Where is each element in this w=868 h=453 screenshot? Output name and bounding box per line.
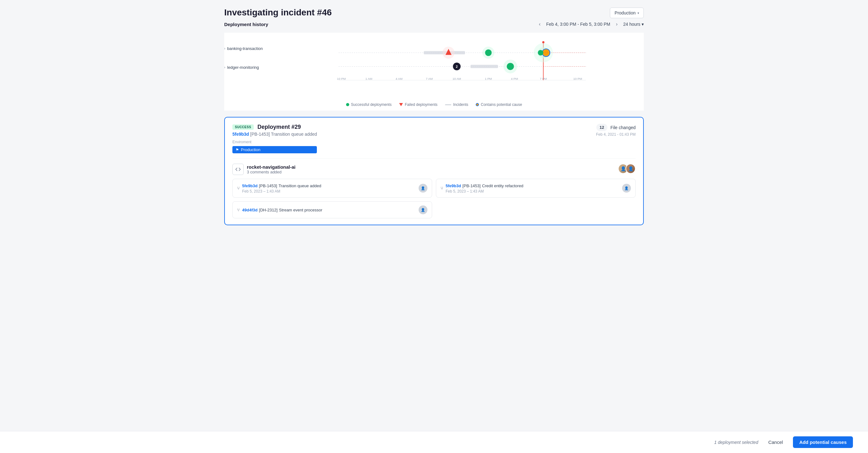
commit-avatar-2: 👤 [622,184,631,192]
env-tag-icon: ⚑ [236,148,239,152]
selected-label: 1 deployment selected [714,440,758,445]
commit-icon-1: ⑂ [237,186,240,191]
env-dropdown-label: Production [615,10,636,16]
successful-dot-icon [346,103,349,106]
ledger-label: ledger-monitoring [227,65,259,70]
deployment-card: SUCCESS Deployment #29 5fe9b3d [PB-1453]… [224,117,644,225]
avatar-2: 👤 [626,164,636,174]
potential-cause-dot-icon [476,103,479,106]
legend-potential-cause-label: Contains potential cause [481,102,522,107]
svg-text:2: 2 [456,65,458,68]
commit-date-2: Feb 5, 2023 – 1:43 AM [445,189,523,193]
file-changed-label: File changed [611,125,636,130]
deployment-card-header: SUCCESS Deployment #29 5fe9b3d [PB-1453]… [232,124,636,153]
repo-comments: 3 comments added [247,170,296,174]
commit-card-2: ⑂ 5fe9b3d [PB-1453] Credit entity refact… [436,179,636,198]
hours-chevron-icon: ▾ [642,22,644,27]
svg-text:1 AM: 1 AM [366,77,372,81]
env-label: Enviroment [232,140,317,144]
env-dropdown[interactable]: Production ▾ [610,7,644,18]
commit-ticket-2: [PB-1453] [463,183,481,188]
commit-info-3: 49d4f3d [DH-2312] Stream event processor [242,207,322,213]
expand-icon: › [224,47,225,50]
commit-info-1: 5fe9b3d [PB-1453] Transition queue added… [242,183,321,193]
svg-text:10 PM: 10 PM [337,77,346,81]
svg-text:7 AM: 7 AM [426,77,433,81]
file-changed-row: 12 File changed [596,124,636,131]
commit-date-1: Feb 5, 2023 – 1:43 AM [242,189,321,193]
hours-dropdown[interactable]: 24 hours ▾ [623,22,644,27]
legend-incidents-label: Incidents [453,102,468,107]
svg-point-21 [507,63,514,70]
add-potential-causes-button[interactable]: Add potential causes [793,436,853,448]
commit-ticket-3: [DH-2312] [259,208,278,212]
deployment-history-header: Deployment history ‹ Feb 4, 3:00 PM - Fe… [224,21,644,28]
chart-row-labels: › banking-transaction › ledger-monitorin… [224,39,278,77]
commit-hash-3: 49d4f3d [242,208,257,212]
repo-section: rocket-navigational-ai 3 comments added … [232,164,636,175]
commit-card-2-left: ⑂ 5fe9b3d [PB-1453] Credit entity refact… [441,183,523,193]
bottom-bar: 1 deployment selected Cancel Add potenti… [0,431,868,453]
legend-potential-cause: Contains potential cause [476,102,522,107]
commit-line-2: 5fe9b3d [PB-1453] Credit entity refactor… [445,183,523,188]
chart-legend: Successful deployments Failed deployment… [224,102,644,111]
repo-icon [232,164,244,175]
status-badge: SUCCESS [232,124,254,130]
chart-row-banking[interactable]: › banking-transaction [224,39,278,58]
chart-row-ledger[interactable]: › ledger-monitoring [224,58,278,77]
legend-incidents: Incidents [445,102,468,107]
commit-info-2: 5fe9b3d [PB-1453] Credit entity refactor… [445,183,523,193]
commit-message-1: Transition queue added [279,183,321,188]
next-time-button[interactable]: › [614,21,619,28]
incidents-line-icon [445,104,451,105]
page-title: Investigating incident #46 [224,7,332,18]
env-tag-label: Production [241,147,260,152]
repo-info: rocket-navigational-ai 3 comments added [232,164,296,175]
legend-failed: Failed deployments [399,102,437,107]
svg-point-4 [542,41,545,43]
commit-avatar-1: 👤 [418,184,427,192]
commit-ticket-1: [PB-1453] [259,183,277,188]
commit-hash-1: 5fe9b3d [242,183,257,188]
chart-container: 2 10 PM 1 AM 4 AM 7 AM 10 AM 1 PM 4 PM 7… [224,33,644,111]
env-tag: ⚑ Production [232,146,317,153]
svg-point-9 [485,49,492,56]
svg-text:10 AM: 10 AM [453,77,461,81]
commit-line-1: 5fe9b3d [PB-1453] Transition queue added [242,183,321,188]
deployment-card-left: SUCCESS Deployment #29 5fe9b3d [PB-1453]… [232,124,317,153]
svg-text:1 PM: 1 PM [485,77,492,81]
commit-hash: 5fe9b3d [232,132,249,137]
cancel-button[interactable]: Cancel [763,437,788,447]
commit-grid: ⑂ 5fe9b3d [PB-1453] Transition queue add… [232,179,636,218]
deployment-chart: 2 10 PM 1 AM 4 AM 7 AM 10 AM 1 PM 4 PM 7… [281,39,644,83]
page-header: Investigating incident #46 Production ▾ [224,7,644,18]
commit-icon-2: ⑂ [441,186,443,191]
file-count-badge: 12 [596,124,607,131]
file-changed-date: Feb 4, 2021 - 01:43 PM [596,132,636,137]
commit-card-3-left: ⑂ 49d4f3d [DH-2312] Stream event process… [237,207,322,213]
deployment-name: Deployment #29 [257,124,301,130]
deployment-history-title: Deployment history [224,22,268,27]
prev-time-button[interactable]: ‹ [537,21,542,28]
deployment-card-right: 12 File changed Feb 4, 2021 - 01:43 PM [596,124,636,137]
svg-text:4 AM: 4 AM [396,77,403,81]
failed-triangle-icon [399,103,403,106]
expand-icon-2: › [224,66,225,69]
commit-avatar-3: 👤 [418,206,427,214]
svg-rect-17 [470,65,498,68]
commit-card-3: ⑂ 49d4f3d [DH-2312] Stream event process… [232,201,432,218]
commit-message-2: Credit entity refactored [482,183,524,188]
card-divider [232,158,636,159]
commit-card-1: ⑂ 5fe9b3d [PB-1453] Transition queue add… [232,179,432,198]
legend-successful: Successful deployments [346,102,392,107]
svg-text:7 PM: 7 PM [540,77,547,81]
avatar-face-2: 👤 [626,164,635,173]
hours-label: 24 hours [623,22,640,27]
banking-label: banking-transaction [227,46,262,51]
repo-name: rocket-navigational-ai [247,164,296,170]
commit-line-3: 49d4f3d [DH-2312] Stream event processor [242,207,322,213]
commit-message-3: Stream event processor [279,208,322,212]
svg-text:4 PM: 4 PM [511,77,518,81]
commit-card-1-left: ⑂ 5fe9b3d [PB-1453] Transition queue add… [237,183,321,193]
deployment-commit: 5fe9b3d [PB-1453] Transition queue added [232,132,317,137]
